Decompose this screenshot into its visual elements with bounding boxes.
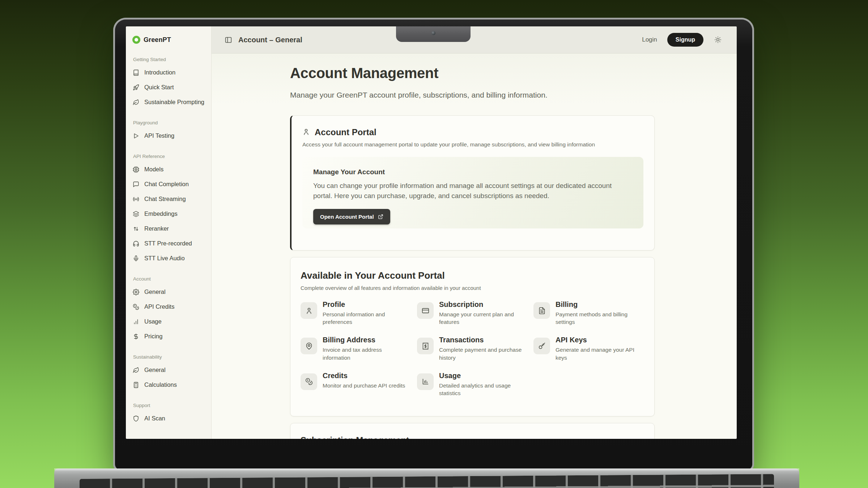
microphone-icon <box>132 255 139 262</box>
sidebar-item-ai-scan[interactable]: AI Scan <box>132 411 206 426</box>
brand-name: GreenPT <box>144 36 171 44</box>
sidebar-item-sustainability-general[interactable]: General <box>132 363 206 377</box>
headphones-icon <box>132 240 139 247</box>
features-column-2: Subscription Manage your current plan an… <box>417 302 533 397</box>
sidebar-item-models[interactable]: Models <box>132 162 206 177</box>
gear-icon <box>132 289 139 295</box>
sidebar-item-account-general[interactable]: General <box>132 284 206 299</box>
user-icon <box>302 128 310 137</box>
feature-title: API Keys <box>556 336 642 344</box>
feature-description: Complete payment and purchase history <box>439 346 526 361</box>
panel-title: Manage Your Account <box>313 168 633 176</box>
sidebar-item-sustainable-prompting[interactable]: Sustainable Prompting <box>132 95 206 110</box>
feature-title: Subscription <box>439 300 526 309</box>
map-pin-icon <box>301 338 317 354</box>
laptop-notch <box>396 26 471 42</box>
receipt-icon <box>417 338 434 354</box>
sidebar-item-usage[interactable]: Usage <box>132 314 206 329</box>
feature-transactions: Transactions Complete payment and purcha… <box>417 338 533 361</box>
feature-title: Credits <box>323 372 405 380</box>
sidebar-section-playground: Playground API Testing <box>132 120 206 143</box>
book-icon <box>132 69 139 76</box>
broadcast-icon <box>132 196 139 202</box>
sidebar-item-introduction[interactable]: Introduction <box>132 65 206 80</box>
topbar: Account – General Login Signup <box>212 26 737 53</box>
key-icon <box>533 338 550 354</box>
sidebar-item-chat-streaming[interactable]: Chat Streaming <box>132 192 206 206</box>
sidebar-section-getting-started: Getting Started Introduction Quick Start… <box>132 57 206 110</box>
sidebar-item-api-credits[interactable]: API Credits <box>132 299 206 314</box>
sidebar-item-reranker[interactable]: Reranker <box>132 221 206 236</box>
greenpt-ring-icon <box>132 36 140 44</box>
login-link[interactable]: Login <box>642 36 657 43</box>
section-heading: Sustainability <box>133 354 206 360</box>
card-description: Access your full account management port… <box>302 141 643 148</box>
shield-icon <box>132 415 139 422</box>
card-subtitle: Complete overview of all features and in… <box>301 285 644 291</box>
dollar-icon <box>132 333 139 340</box>
laptop-keyboard-deck <box>54 468 799 488</box>
button-label: Open Account Portal <box>320 214 374 220</box>
sidebar-section-support: Support AI Scan <box>132 403 206 426</box>
signup-button[interactable]: Signup <box>667 33 703 47</box>
keyboard-keys <box>80 474 774 488</box>
feature-api-keys: API Keys Generate and manage your API ke… <box>533 338 644 361</box>
card-title: Account Portal <box>315 127 376 137</box>
feature-description: Personal information and preferences <box>323 311 409 326</box>
sidebar-section-sustainability: Sustainability General Calculations <box>132 354 206 392</box>
feature-subscription: Subscription Manage your current plan an… <box>417 302 533 326</box>
sidebar-item-stt-live-audio[interactable]: STT Live Audio <box>132 251 206 266</box>
panel-left-icon[interactable] <box>225 36 232 44</box>
coins-icon <box>301 373 317 390</box>
feature-usage: Usage Detailed analytics and usage stati… <box>417 373 533 397</box>
card-title: Subscription Management <box>301 435 644 439</box>
feature-title: Billing Address <box>323 336 409 344</box>
sidebar-section-api-reference: API Reference Models Chat Completion Cha… <box>132 154 206 266</box>
coins-icon <box>132 304 139 310</box>
sidebar-item-quick-start[interactable]: Quick Start <box>132 80 206 95</box>
sidebar-item-api-testing[interactable]: API Testing <box>132 128 206 143</box>
message-icon <box>132 181 139 188</box>
feature-title: Profile <box>323 300 409 309</box>
feature-description: Detailed analytics and usage statistics <box>439 382 526 397</box>
user-icon <box>301 302 317 319</box>
feature-description: Monitor and purchase API credits <box>323 382 405 389</box>
calculator-icon <box>132 382 139 388</box>
section-heading: Support <box>133 403 206 408</box>
sidebar-item-chat-completion[interactable]: Chat Completion <box>132 177 206 192</box>
main-content: Account Management Manage your GreenPT a… <box>212 53 737 439</box>
sidebar-item-stt-pre-recorded[interactable]: STT Pre-recorded <box>132 236 206 251</box>
features-column-1: Profile Personal information and prefere… <box>301 302 417 397</box>
cpu-icon <box>132 166 139 173</box>
feature-billing: Billing Payment methods and billing sett… <box>533 302 644 326</box>
section-heading: API Reference <box>133 154 206 159</box>
play-icon <box>132 133 139 139</box>
feature-title: Usage <box>439 372 526 380</box>
account-portal-card: Account Portal Access your full account … <box>290 115 655 251</box>
sidebar-item-calculations[interactable]: Calculations <box>132 377 206 392</box>
bar-chart-icon <box>132 318 139 325</box>
page-title: Account Management <box>290 65 655 81</box>
bar-chart-icon <box>417 373 434 390</box>
page-breadcrumb-title: Account – General <box>238 36 302 44</box>
sun-icon[interactable] <box>714 36 722 43</box>
feature-description: Invoice and tax address information <box>323 346 409 361</box>
features-grid: Profile Personal information and prefere… <box>301 302 644 397</box>
card-title: Available in Your Account Portal <box>301 270 644 281</box>
leaf-icon <box>132 99 139 106</box>
section-heading: Getting Started <box>133 57 206 62</box>
laptop-screen: GreenPT Getting Started Introduction Qui… <box>126 26 737 439</box>
layers-icon <box>132 211 139 217</box>
brand-logo[interactable]: GreenPT <box>132 36 206 44</box>
leaf-icon <box>132 367 139 373</box>
section-heading: Playground <box>133 120 206 125</box>
page-subtitle: Manage your GreenPT account profile, sub… <box>290 91 655 99</box>
feature-title: Billing <box>556 300 642 309</box>
panel-body: You can change your profile information … <box>313 181 633 201</box>
section-heading: Account <box>133 276 206 282</box>
sidebar-item-pricing[interactable]: Pricing <box>132 329 206 344</box>
subscription-management-card: Subscription Management <box>290 423 655 439</box>
laptop-frame: GreenPT Getting Started Introduction Qui… <box>115 20 752 470</box>
open-account-portal-button[interactable]: Open Account Portal <box>313 209 390 224</box>
sidebar-item-embeddings[interactable]: Embeddings <box>132 206 206 221</box>
